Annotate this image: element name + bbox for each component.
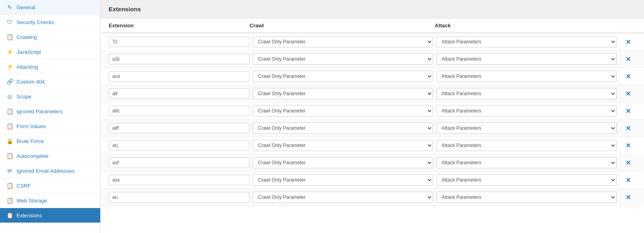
attack-select[interactable]: Attack ParametersDo Not Attack	[436, 88, 617, 99]
delete-row-button[interactable]: ✕	[620, 159, 636, 167]
crawl-select[interactable]: Crawl Only ParameterCrawl = Parameter Or…	[253, 53, 433, 65]
table-row: Crawl Only ParameterCrawl = Parameter Or…	[101, 189, 644, 206]
crawling-icon: 📋	[6, 34, 13, 40]
sidebar-label-security-checks: Security Checks	[17, 19, 54, 25]
delete-row-button[interactable]: ✕	[620, 107, 636, 115]
table-row: Crawl Only ParameterCrawl = Parameter Or…	[101, 172, 644, 189]
table-row: Crawl Only ParameterCrawl = Parameter Or…	[101, 51, 644, 68]
sidebar-item-attacking[interactable]: ⚡Attacking	[0, 59, 100, 74]
delete-row-button[interactable]: ✕	[620, 142, 636, 149]
delete-row-button[interactable]: ✕	[620, 73, 636, 80]
attack-select[interactable]: Attack ParametersDo Not Attack	[436, 140, 617, 151]
extensions-icon: 📋	[6, 212, 13, 219]
javascript-icon: ⚡	[6, 49, 13, 55]
crawl-select[interactable]: Crawl Only ParameterCrawl = Parameter Or…	[253, 192, 433, 203]
col-attack: Attack	[435, 22, 620, 29]
delete-row-button[interactable]: ✕	[620, 176, 636, 184]
delete-row-button[interactable]: ✕	[620, 55, 636, 63]
table-header: Extension Crawl Attack	[101, 18, 644, 33]
general-icon: ✎	[6, 4, 13, 10]
attack-select[interactable]: Attack ParametersDo Not Attack	[436, 71, 617, 82]
sidebar-label-form-values: Form Values	[17, 123, 46, 129]
autocomplete-icon: 📋	[6, 153, 13, 159]
attack-select[interactable]: Attack ParametersDo Not Attack	[436, 36, 617, 47]
sidebar-item-form-values[interactable]: 📋Form Values	[0, 119, 100, 134]
table-row: Crawl Only ParameterCrawl = Parameter Or…	[101, 102, 644, 120]
attack-select[interactable]: Attack ParametersDo Not Attack	[436, 192, 617, 203]
table-row: Crawl Only ParameterCrawl = Parameter Or…	[101, 154, 644, 172]
sidebar-item-ignored-parameters[interactable]: 📋Ignored Parameters	[0, 104, 100, 119]
col-actions	[620, 22, 636, 29]
attack-select[interactable]: Attack ParametersDo Not Attack	[436, 123, 617, 134]
ignored-parameters-icon: 📋	[6, 108, 13, 114]
extension-input[interactable]	[109, 37, 250, 47]
table-row: Crawl Only ParameterCrawl = Parameter Or…	[101, 68, 644, 85]
attacking-icon: ⚡	[6, 63, 13, 70]
sidebar-item-brute-force[interactable]: 🔒Brute Force	[0, 134, 100, 149]
brute-force-icon: 🔒	[6, 138, 13, 144]
extension-input[interactable]	[109, 123, 250, 133]
scope-icon: ◎	[6, 93, 13, 100]
sidebar-label-ignored-email-addresses: Ignored Email Addresses	[17, 168, 75, 174]
sidebar-item-crawling[interactable]: 📋Crawling	[0, 30, 100, 45]
crawl-select[interactable]: Crawl Only ParameterCrawl = Parameter Or…	[253, 140, 433, 151]
sidebar-label-extensions: Extensions	[17, 213, 42, 219]
extension-input[interactable]	[109, 106, 250, 116]
crawl-select[interactable]: Crawl Only ParameterCrawl = Parameter Or…	[253, 88, 433, 99]
custom-404-icon: 🔗	[6, 78, 13, 85]
sidebar-item-ignored-email-addresses[interactable]: ✉Ignored Email Addresses	[0, 164, 100, 178]
sidebar: ✎General🛡Security Checks📋Crawling⚡JavaSc…	[0, 0, 101, 233]
crawl-select[interactable]: Crawl Only ParameterCrawl = Parameter Or…	[253, 157, 433, 168]
table-row: Crawl Only ParameterCrawl = Parameter Or…	[101, 120, 644, 137]
sidebar-label-attacking: Attacking	[17, 64, 38, 70]
crawl-select[interactable]: Crawl Only ParameterCrawl = Parameter Or…	[253, 123, 433, 134]
extension-input[interactable]	[109, 88, 250, 99]
web-storage-icon: 📋	[6, 197, 13, 204]
sidebar-item-web-storage[interactable]: 📋Web Storage	[0, 193, 100, 208]
attack-select[interactable]: Attack ParametersDo Not Attack	[436, 157, 617, 168]
extension-input[interactable]	[109, 71, 250, 82]
attack-select[interactable]: Attack ParametersDo Not Attack	[436, 174, 617, 186]
main-content: Extensions Extension Crawl Attack Crawl …	[101, 0, 644, 233]
sidebar-label-custom-404: Custom 404	[17, 79, 45, 85]
delete-row-button[interactable]: ✕	[620, 194, 636, 201]
sidebar-item-custom-404[interactable]: 🔗Custom 404	[0, 74, 100, 89]
delete-row-button[interactable]: ✕	[620, 38, 636, 46]
delete-row-button[interactable]: ✕	[620, 90, 636, 98]
sidebar-item-javascript[interactable]: ⚡JavaScript	[0, 45, 100, 59]
attack-select[interactable]: Attack ParametersDo Not Attack	[436, 105, 617, 117]
sidebar-item-security-checks[interactable]: 🛡Security Checks	[0, 15, 100, 30]
sidebar-label-csrf: CSRF	[17, 183, 31, 189]
sidebar-label-javascript: JavaScript	[17, 49, 41, 55]
extension-input[interactable]	[109, 157, 250, 168]
extension-input[interactable]	[109, 140, 250, 151]
sidebar-label-ignored-parameters: Ignored Parameters	[17, 108, 63, 114]
csrf-icon: 📋	[6, 182, 13, 189]
attack-select[interactable]: Attack ParametersDo Not Attack	[436, 53, 617, 65]
page-title: Extensions	[101, 0, 644, 18]
table-row: Crawl Only ParameterCrawl = Parameter Or…	[101, 33, 644, 51]
ignored-email-addresses-icon: ✉	[6, 168, 13, 174]
crawl-select[interactable]: Crawl Only ParameterCrawl = Parameter Or…	[253, 36, 433, 47]
extension-input[interactable]	[109, 54, 250, 64]
sidebar-item-scope[interactable]: ◎Scope	[0, 89, 100, 104]
crawl-select[interactable]: Crawl Only ParameterCrawl = Parameter Or…	[253, 105, 433, 117]
security-checks-icon: 🛡	[6, 19, 13, 25]
delete-row-button[interactable]: ✕	[620, 125, 636, 132]
extension-input[interactable]	[109, 192, 250, 202]
form-values-icon: 📋	[6, 123, 13, 129]
sidebar-item-general[interactable]: ✎General	[0, 0, 100, 15]
sidebar-label-scope: Scope	[17, 94, 31, 100]
table-row: Crawl Only ParameterCrawl = Parameter Or…	[101, 85, 644, 102]
extension-input[interactable]	[109, 175, 250, 185]
sidebar-label-crawling: Crawling	[17, 34, 37, 40]
crawl-select[interactable]: Crawl Only ParameterCrawl = Parameter Or…	[253, 71, 433, 82]
table-row: Crawl Only ParameterCrawl = Parameter Or…	[101, 137, 644, 154]
sidebar-label-web-storage: Web Storage	[17, 198, 47, 204]
crawl-select[interactable]: Crawl Only ParameterCrawl = Parameter Or…	[253, 174, 433, 186]
sidebar-label-brute-force: Brute Force	[17, 138, 44, 144]
sidebar-label-general: General	[17, 4, 35, 10]
sidebar-item-autocomplete[interactable]: 📋Autocomplete	[0, 149, 100, 164]
sidebar-item-extensions[interactable]: 📋Extensions	[0, 208, 100, 223]
sidebar-item-csrf[interactable]: 📋CSRF	[0, 178, 100, 193]
